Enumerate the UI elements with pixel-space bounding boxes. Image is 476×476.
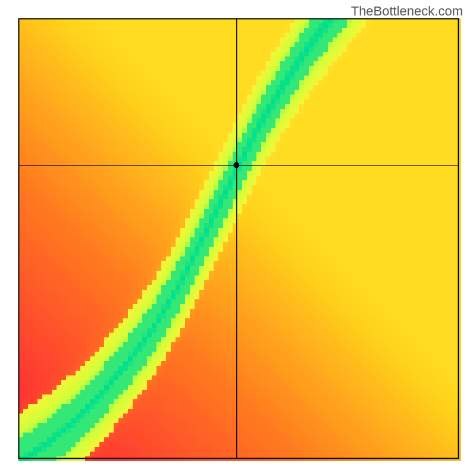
chart-container: TheBottleneck.com: [0, 0, 476, 476]
bottleneck-heatmap: [0, 0, 476, 476]
watermark: TheBottleneck.com: [351, 4, 463, 19]
